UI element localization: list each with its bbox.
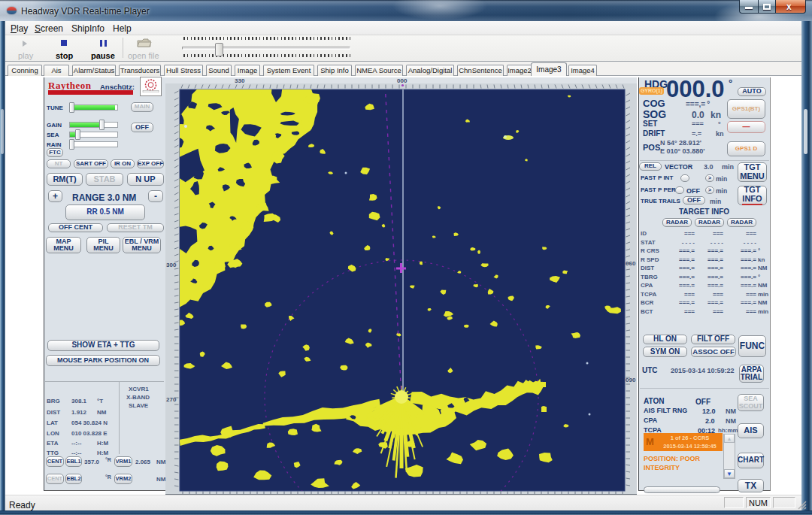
svg-text:060: 060 <box>626 260 636 267</box>
svg-text:270: 270 <box>166 396 177 403</box>
svg-text:330: 330 <box>235 77 245 84</box>
svg-text:300: 300 <box>166 262 177 268</box>
svg-text:000: 000 <box>397 77 408 84</box>
svg-text:090: 090 <box>626 377 636 383</box>
